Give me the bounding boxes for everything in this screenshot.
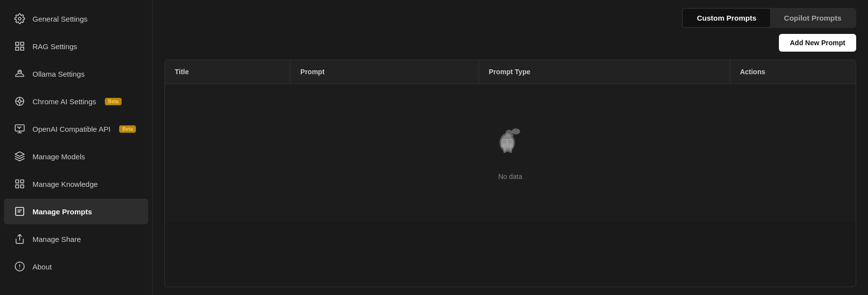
- sidebar-item-manage-share[interactable]: Manage Share: [4, 226, 148, 252]
- svg-rect-11: [16, 185, 19, 188]
- sidebar-item-label: OpenAI Compatible API: [32, 125, 110, 133]
- no-data-icon: [491, 125, 530, 165]
- beta-badge: Beta: [105, 98, 122, 105]
- sidebar-item-rag-settings[interactable]: RAG Settings: [4, 33, 148, 59]
- column-prompt: Prompt: [290, 60, 479, 84]
- share-icon: [14, 233, 26, 245]
- svg-rect-9: [16, 180, 19, 183]
- sidebar-item-label: General Settings: [32, 15, 88, 23]
- sidebar-item-manage-knowledge[interactable]: Manage Knowledge: [4, 171, 148, 197]
- column-prompt-type: Prompt Type: [479, 60, 730, 84]
- svg-rect-22: [502, 140, 506, 144]
- tab-custom-prompts[interactable]: Custom Prompts: [683, 9, 770, 27]
- svg-point-0: [18, 17, 21, 20]
- table-header: Title Prompt Prompt Type Actions: [165, 60, 856, 84]
- svg-point-27: [512, 128, 520, 134]
- no-data-container: No data: [471, 106, 550, 200]
- column-title: Title: [165, 60, 290, 84]
- tab-group: Custom Prompts Copilot Prompts: [682, 8, 856, 28]
- svg-rect-1: [16, 42, 19, 45]
- svg-rect-25: [503, 148, 506, 153]
- sidebar-item-manage-models[interactable]: Manage Models: [4, 144, 148, 169]
- prompts-icon: [14, 206, 26, 217]
- sidebar-item-label: Ollama Settings: [32, 70, 85, 78]
- svg-rect-4: [21, 47, 24, 50]
- sidebar-item-about[interactable]: About: [4, 254, 148, 279]
- sidebar-item-ollama-settings[interactable]: Ollama Settings: [4, 61, 148, 87]
- add-new-prompt-button[interactable]: Add New Prompt: [779, 34, 856, 52]
- table-body: No data: [165, 84, 856, 222]
- chrome-ai-icon: [14, 95, 26, 107]
- sidebar-item-label: About: [32, 263, 52, 271]
- top-bar: Custom Prompts Copilot Prompts: [164, 8, 856, 28]
- sidebar: General Settings RAG Settings Ollama Set…: [0, 0, 153, 295]
- main-content: Custom Prompts Copilot Prompts Add New P…: [153, 0, 868, 295]
- sidebar-item-manage-prompts[interactable]: Manage Prompts: [4, 199, 148, 224]
- sidebar-item-label: RAG Settings: [32, 42, 77, 51]
- ollama-icon: [14, 68, 26, 80]
- sidebar-item-label: Manage Prompts: [32, 207, 92, 216]
- svg-rect-23: [508, 140, 513, 144]
- column-actions: Actions: [730, 60, 856, 84]
- about-icon: [14, 261, 26, 272]
- knowledge-icon: [14, 178, 26, 190]
- action-bar: Add New Prompt: [164, 34, 856, 52]
- tab-copilot-prompts[interactable]: Copilot Prompts: [770, 9, 855, 27]
- svg-rect-24: [504, 145, 511, 147]
- sidebar-item-label: Manage Share: [32, 235, 81, 243]
- rag-icon: [14, 40, 26, 52]
- svg-rect-3: [16, 47, 19, 50]
- sidebar-item-chrome-ai-settings[interactable]: Chrome AI Settings Beta: [4, 88, 148, 114]
- no-data-text: No data: [498, 173, 522, 180]
- svg-rect-26: [509, 148, 512, 153]
- openai-icon: [14, 123, 26, 135]
- settings-icon: [14, 13, 26, 25]
- sidebar-item-openai-compatible-api[interactable]: OpenAI Compatible API Beta: [4, 116, 148, 142]
- svg-rect-12: [21, 185, 24, 188]
- models-icon: [14, 150, 26, 162]
- sidebar-item-label: Chrome AI Settings: [32, 97, 96, 106]
- svg-rect-13: [16, 207, 24, 216]
- svg-rect-2: [21, 42, 24, 45]
- sidebar-item-label: Manage Models: [32, 152, 85, 161]
- svg-rect-10: [21, 180, 24, 183]
- sidebar-item-general-settings[interactable]: General Settings: [4, 6, 148, 31]
- prompts-table: Title Prompt Prompt Type Actions: [164, 59, 856, 287]
- sidebar-item-label: Manage Knowledge: [32, 180, 98, 188]
- beta-badge-openai: Beta: [119, 125, 136, 133]
